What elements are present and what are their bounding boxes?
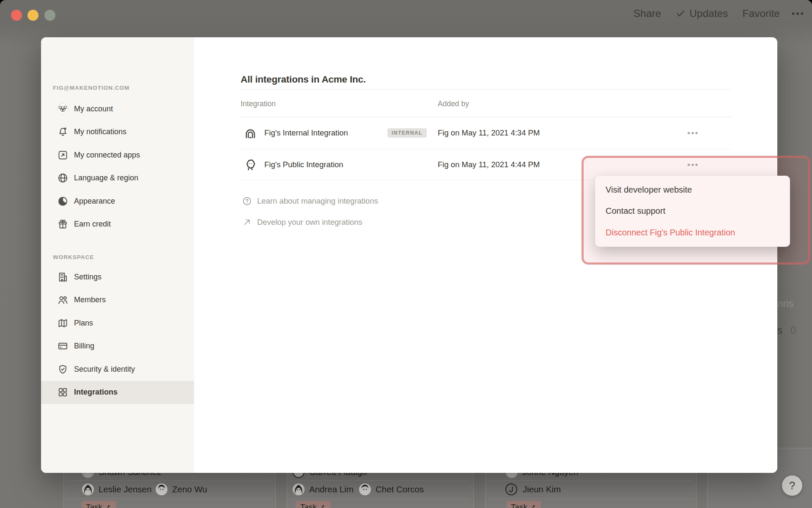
integration-name: Fig's Internal Integration [264,128,348,138]
avatar [155,483,168,496]
workspace-settings-list: Settings Members Plans [41,265,194,404]
board-member-row: Chet Corcos [359,483,424,496]
clipped-text-fragment: nns [778,298,793,309]
row-more-button[interactable]: ••• [680,128,706,138]
sidebar-item-label: Earn credit [74,220,111,229]
learn-managing-integrations-link[interactable]: Learn about managing integrations [242,196,378,206]
board-member-row: Jieun Kim [505,483,561,496]
member-name: Zeno Wu [172,484,207,494]
sidebar-item-plans[interactable]: Plans [41,312,194,335]
zoom-window-button[interactable] [44,10,55,21]
koala-avatar-icon [57,103,69,115]
clipped-text-fragment: s [777,324,782,336]
help-circle-icon [242,196,252,206]
building-icon [57,271,69,283]
arch-doodle-icon [244,126,257,140]
sidebar-item-label: My notifications [74,127,126,136]
sidebar-item-label: My connected apps [74,151,140,160]
member-name: Leslie Jensen [99,484,151,494]
favorite-button[interactable]: Favorite [742,8,780,19]
grid-icon [57,387,69,398]
sidebar-item-label: Security & identity [74,365,135,374]
sidebar-item-label: Integrations [74,388,118,397]
people-icon [57,294,69,306]
task-tag: Task [296,501,330,508]
window-more-button[interactable]: ••• [792,8,805,19]
gift-icon [57,218,69,230]
clipped-count-fragment: 0 [790,324,796,336]
account-email-label: FIG@MAKENOTION.COM [53,85,129,91]
sidebar-item-billing[interactable]: Billing [41,335,194,358]
sidebar-item-members[interactable]: Members [41,289,194,312]
avatar [359,483,371,496]
updates-button[interactable]: Updates [689,8,728,19]
sidebar-item-language-region[interactable]: Language & region [41,167,194,190]
task-tag-label: Task [300,502,317,508]
sidebar-item-security-identity[interactable]: Security & identity [41,358,194,381]
settings-sidebar: FIG@MAKENOTION.COM My account My notific… [41,37,194,473]
avatar [292,483,305,496]
minimize-window-button[interactable] [27,10,38,21]
sidebar-item-label: Plans [74,319,93,328]
account-settings-list: My account My notifications My connected… [41,97,194,236]
external-link-box-icon [57,149,69,161]
sidebar-item-my-notifications[interactable]: My notifications [41,121,194,144]
link-label: Develop your own integrations [257,218,362,227]
sidebar-item-label: Language & region [74,174,138,182]
divider [241,89,731,90]
sidebar-item-earn-credit[interactable]: Earn credit [41,213,194,236]
link-label: Learn about managing integrations [257,196,378,206]
sidebar-item-my-connected-apps[interactable]: My connected apps [41,144,194,167]
credit-card-icon [57,340,69,352]
shield-check-icon [57,363,69,375]
workspace-section-label: WORKSPACE [53,254,94,260]
task-doodle-icon [319,504,326,508]
task-tag-label: Task [511,502,527,508]
sidebar-item-my-account[interactable]: My account [41,97,194,121]
close-window-button[interactable] [11,10,22,21]
sidebar-item-appearance[interactable]: Appearance [41,190,194,213]
added-by-value: Fig on May 11, 2021 4:44 PM [438,160,540,169]
board-member-row: Andrea Lim [292,483,354,496]
task-tag: Task [82,501,116,508]
globe-icon [57,172,69,184]
sidebar-item-label: Appearance [74,197,115,206]
sidebar-item-integrations[interactable]: Integrations [41,381,194,404]
share-button[interactable]: Share [634,8,661,19]
member-name: Jieun Kim [523,484,561,494]
bell-icon [57,126,69,138]
help-button[interactable]: ? [782,475,802,496]
menu-item-contact-support[interactable]: Contact support [595,201,790,222]
sidebar-item-label: My account [74,105,113,113]
develop-integrations-link[interactable]: Develop your own integrations [242,217,362,227]
added-by-value: Fig on May 11, 2021 4:34 PM [438,128,540,138]
task-tag-label: Task [86,502,102,508]
page-topbar: Share Updates Favorite ••• [634,8,805,19]
page-title: All integrations in Acme Inc. [241,74,366,85]
sidebar-item-settings[interactable]: Settings [41,265,194,289]
map-icon [57,317,69,329]
board-member-row: Leslie Jensen [82,483,151,496]
member-name: Andrea Lim [309,484,354,494]
column-header-added-by: Added by [438,99,469,108]
menu-item-visit-developer-website[interactable]: Visit developer website [595,179,790,201]
arrow-up-right-icon [242,217,252,227]
task-tag: Task [507,501,541,508]
notion-window: Share Updates Favorite ••• Shawn Sanchez… [0,0,812,508]
integration-row-internal: Fig's Internal Integration INTERNAL Fig … [241,117,731,149]
integration-name: Fig's Public Integration [264,160,343,169]
sidebar-item-label: Members [74,295,106,304]
integration-context-menu: Visit developer website Contact support … [595,176,790,247]
column-header-integration: Integration [241,99,276,108]
menu-item-disconnect-integration[interactable]: Disconnect Fig's Public Integration [595,222,790,243]
moon-icon [57,195,69,207]
task-doodle-icon [105,504,112,508]
member-name: Chet Corcos [376,484,424,494]
board-member-row: Zeno Wu [155,483,207,496]
avatar-letter-j [505,483,518,496]
avatar [82,483,94,496]
task-doodle-icon [530,504,537,508]
sidebar-item-label: Settings [74,273,102,282]
sheep-doodle-icon [244,158,257,171]
internal-badge: INTERNAL [387,128,427,138]
